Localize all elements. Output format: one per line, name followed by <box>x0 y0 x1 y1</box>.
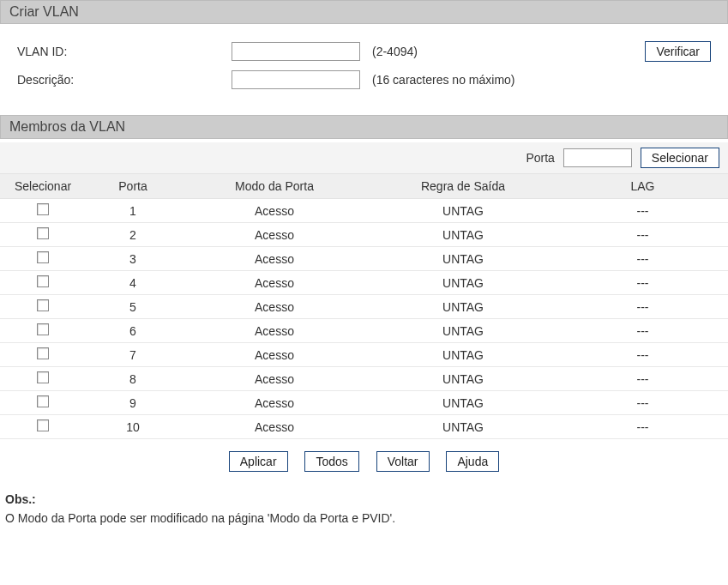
members-table: Selecionar Porta Modo da Porta Regra de … <box>0 174 728 439</box>
row-select-checkbox[interactable] <box>37 275 49 287</box>
back-button[interactable]: Voltar <box>376 451 430 472</box>
row-mode: Acesso <box>180 295 369 319</box>
col-select-header: Selecionar <box>0 174 86 199</box>
vlan-id-input[interactable] <box>232 42 360 61</box>
row-lag: --- <box>557 271 728 295</box>
all-button[interactable]: Todos <box>304 451 358 472</box>
row-port: 9 <box>86 391 180 415</box>
row-port: 4 <box>86 271 180 295</box>
row-mode: Acesso <box>180 271 369 295</box>
table-row: 1AcessoUNTAG--- <box>0 199 728 223</box>
row-lag: --- <box>557 391 728 415</box>
create-vlan-header: Criar VLAN <box>0 0 728 24</box>
row-select-checkbox[interactable] <box>37 347 49 359</box>
row-port: 2 <box>86 223 180 247</box>
vlan-id-label: VLAN ID: <box>17 45 232 58</box>
port-filter-input[interactable] <box>563 148 632 167</box>
action-buttons: Aplicar Todos Voltar Ajuda <box>0 439 728 484</box>
row-mode: Acesso <box>180 343 369 367</box>
apply-button[interactable]: Aplicar <box>229 451 288 472</box>
note-title: Obs.: <box>5 492 723 506</box>
table-row: 10AcessoUNTAG--- <box>0 415 728 439</box>
table-row: 4AcessoUNTAG--- <box>0 271 728 295</box>
table-row: 8AcessoUNTAG--- <box>0 367 728 391</box>
col-lag-header: LAG <box>557 174 728 199</box>
row-egress: UNTAG <box>369 415 557 439</box>
row-egress: UNTAG <box>369 247 557 271</box>
row-port: 1 <box>86 199 180 223</box>
description-hint: (16 caracteres no máximo) <box>372 73 515 87</box>
row-lag: --- <box>557 247 728 271</box>
row-select-checkbox[interactable] <box>37 371 49 383</box>
row-lag: --- <box>557 343 728 367</box>
row-mode: Acesso <box>180 247 369 271</box>
table-row: 2AcessoUNTAG--- <box>0 223 728 247</box>
row-port: 3 <box>86 247 180 271</box>
create-vlan-form: VLAN ID: (2-4094) Verificar Descrição: (… <box>0 24 728 115</box>
row-mode: Acesso <box>180 367 369 391</box>
row-select-checkbox[interactable] <box>37 299 49 311</box>
row-lag: --- <box>557 295 728 319</box>
row-mode: Acesso <box>180 223 369 247</box>
port-filter-label: Porta <box>526 151 554 165</box>
row-egress: UNTAG <box>369 199 557 223</box>
row-mode: Acesso <box>180 319 369 343</box>
vlan-members-header: Membros da VLAN <box>0 115 728 139</box>
table-row: 6AcessoUNTAG--- <box>0 319 728 343</box>
row-lag: --- <box>557 415 728 439</box>
help-button[interactable]: Ajuda <box>446 451 499 472</box>
table-row: 5AcessoUNTAG--- <box>0 295 728 319</box>
table-row: 3AcessoUNTAG--- <box>0 247 728 271</box>
note-section: Obs.: O Modo da Porta pode ser modificad… <box>0 484 728 534</box>
description-input[interactable] <box>232 70 360 89</box>
row-port: 7 <box>86 343 180 367</box>
table-row: 7AcessoUNTAG--- <box>0 343 728 367</box>
col-port-header: Porta <box>86 174 180 199</box>
row-port: 8 <box>86 367 180 391</box>
verify-button[interactable]: Verificar <box>645 41 711 62</box>
table-row: 9AcessoUNTAG--- <box>0 391 728 415</box>
row-port: 5 <box>86 295 180 319</box>
row-egress: UNTAG <box>369 343 557 367</box>
row-select-checkbox[interactable] <box>37 251 49 263</box>
row-mode: Acesso <box>180 199 369 223</box>
note-text: O Modo da Porta pode ser modificado na p… <box>5 511 723 525</box>
row-lag: --- <box>557 319 728 343</box>
vlan-id-hint: (2-4094) <box>372 45 418 58</box>
vlan-members-box: Porta Selecionar Selecionar Porta Modo d… <box>0 142 728 484</box>
port-filter-row: Porta Selecionar <box>0 142 728 174</box>
col-mode-header: Modo da Porta <box>180 174 369 199</box>
row-port: 10 <box>86 415 180 439</box>
row-port: 6 <box>86 319 180 343</box>
description-label: Descrição: <box>17 73 232 87</box>
row-mode: Acesso <box>180 391 369 415</box>
row-egress: UNTAG <box>369 271 557 295</box>
row-select-checkbox[interactable] <box>37 419 49 431</box>
row-select-checkbox[interactable] <box>37 395 49 407</box>
row-egress: UNTAG <box>369 391 557 415</box>
row-egress: UNTAG <box>369 367 557 391</box>
row-select-checkbox[interactable] <box>37 323 49 335</box>
row-select-checkbox[interactable] <box>37 203 49 215</box>
row-egress: UNTAG <box>369 295 557 319</box>
col-egress-header: Regra de Saída <box>369 174 557 199</box>
row-select-checkbox[interactable] <box>37 227 49 239</box>
row-egress: UNTAG <box>369 223 557 247</box>
select-port-button[interactable]: Selecionar <box>641 148 719 168</box>
row-lag: --- <box>557 223 728 247</box>
row-lag: --- <box>557 199 728 223</box>
row-mode: Acesso <box>180 415 369 439</box>
row-egress: UNTAG <box>369 319 557 343</box>
row-lag: --- <box>557 367 728 391</box>
